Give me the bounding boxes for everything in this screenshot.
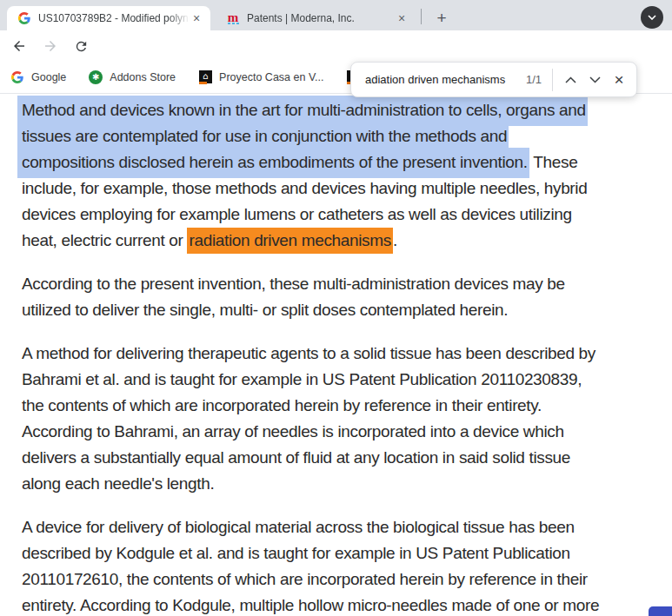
new-tab-button[interactable]: +: [429, 6, 454, 30]
text-line: the contents of which are incorporated h…: [22, 393, 656, 419]
text-segment: According to Bahrami, an array of needle…: [22, 422, 564, 440]
forward-arrow-icon: [43, 38, 58, 54]
text-line: 20110172610, the contents of which are i…: [22, 566, 656, 593]
text-line: A method for delivering therapeutic agen…: [22, 341, 656, 367]
find-next-button[interactable]: [582, 68, 607, 92]
text-segment: According to the present invention, thes…: [22, 275, 565, 293]
bookmark-addons-store[interactable]: ✱ Addons Store: [89, 70, 176, 84]
paragraph: A device for delivery of biological mate…: [22, 514, 656, 616]
page-floating-widget-partial[interactable]: [649, 606, 672, 616]
bookmark-label: Proyecto Casa en V...: [219, 71, 323, 83]
bookmark-label: Addons Store: [110, 71, 176, 83]
tab-moderna-patents[interactable]: m Patents | Moderna, Inc. ×: [216, 6, 416, 30]
chevron-down-icon: [648, 15, 656, 20]
text-segment: entirety. According to Kodgule, multiple…: [22, 596, 599, 614]
bookmark-google[interactable]: Google: [10, 70, 66, 84]
browser-toolbar: VPN patents.google.com/patent/US10703789…: [0, 30, 672, 61]
google-favicon-icon: [17, 11, 31, 25]
tab-patent-google[interactable]: US10703789B2 - Modified polynu ×: [7, 6, 210, 30]
text-segment: delivers a substantially equal amount of…: [22, 448, 570, 467]
forward-button: [38, 34, 63, 58]
black-house-icon: ⌂: [198, 70, 212, 84]
text-line: devices employing for example lumens or …: [22, 202, 656, 228]
paragraph: A method for delivering therapeutic agen…: [22, 341, 656, 497]
reload-button[interactable]: [69, 34, 93, 58]
text-line: According to the present invention, thes…: [22, 271, 656, 297]
text-line: utilized to deliver the single, multi- o…: [22, 297, 656, 323]
moderna-dash-underline: [228, 23, 239, 24]
text-line: compositions disclosed herein as embodim…: [22, 149, 656, 176]
find-match-count: 1/1: [526, 73, 542, 86]
find-query-input[interactable]: adiation driven mechanisms: [365, 73, 519, 86]
back-button[interactable]: [7, 34, 31, 58]
text-line: Bahrami et al. and is taught for example…: [22, 367, 656, 393]
text-segment: utilized to deliver the single, multi- o…: [22, 301, 508, 319]
patent-page-content: Method and devices known in the art for …: [0, 94, 672, 616]
tab-close-icon[interactable]: ×: [395, 11, 409, 25]
close-icon: ×: [614, 71, 623, 88]
text-segment: along each needle's length.: [22, 474, 214, 493]
text-line: tissues are contemplated for use in conj…: [22, 123, 656, 149]
text-line: entirety. According to Kodgule, multiple…: [22, 593, 656, 616]
text-line: Method and devices known in the art for …: [22, 97, 656, 123]
find-match-highlight: radiation driven mechanisms: [187, 228, 392, 254]
find-in-page-bar: adiation driven mechanisms 1/1 ×: [350, 62, 637, 97]
find-divider: [552, 69, 553, 91]
text-segment: A device for delivery of biological mate…: [22, 518, 575, 536]
text-line: heat, electric current or radiation driv…: [22, 228, 656, 254]
text-line: According to Bahrami, an array of needle…: [22, 419, 656, 445]
text-segment: .: [393, 231, 397, 249]
selected-text: compositions disclosed herein as embodim…: [17, 148, 529, 178]
tab-strip: US10703789B2 - Modified polynu × m Paten…: [0, 0, 672, 30]
tab-title: US10703789B2 - Modified polynu: [38, 12, 190, 24]
text-line: described by Kodgule et al. and is taugh…: [22, 540, 656, 566]
text-segment: heat, electric current or: [22, 231, 187, 249]
text-segment: These: [529, 153, 578, 171]
reload-icon: [74, 39, 89, 54]
tab-divider: [421, 9, 422, 24]
back-arrow-icon: [11, 38, 27, 54]
find-close-button[interactable]: ×: [607, 68, 631, 92]
moderna-favicon-icon: m: [226, 11, 240, 25]
chevron-up-icon: [565, 76, 576, 83]
tab-search-menu-button[interactable]: [641, 6, 663, 29]
tab-title: Patents | Moderna, Inc.: [247, 12, 395, 24]
text-segment: devices employing for example lumens or …: [22, 205, 572, 223]
text-line: A device for delivery of biological mate…: [22, 514, 656, 540]
text-segment: include, for example, those methods and …: [22, 179, 587, 197]
text-segment: the contents of which are incorporated h…: [22, 396, 542, 414]
patent-paragraphs: Method and devices known in the art for …: [22, 97, 656, 616]
text-line: along each needle's length.: [22, 471, 656, 497]
text-segment: described by Kodgule et al. and is taugh…: [22, 544, 570, 562]
bookmark-label: Google: [31, 71, 66, 83]
bookmark-proyecto-casa[interactable]: ⌂ Proyecto Casa en V...: [198, 70, 323, 84]
moderna-m-glyph: m: [228, 13, 239, 22]
text-segment: 20110172610, the contents of which are i…: [22, 570, 588, 588]
text-line: include, for example, those methods and …: [22, 176, 656, 202]
google-g-icon: [10, 70, 24, 84]
find-previous-button[interactable]: [558, 68, 582, 92]
chevron-down-icon: [589, 76, 601, 83]
paragraph: Method and devices known in the art for …: [22, 97, 656, 254]
paragraph: According to the present invention, thes…: [22, 271, 656, 323]
text-segment: A method for delivering therapeutic agen…: [22, 344, 595, 362]
text-segment: Bahrami et al. and is taught for example…: [22, 370, 582, 388]
text-line: delivers a substantially equal amount of…: [22, 445, 656, 471]
tab-close-icon[interactable]: ×: [190, 11, 203, 25]
green-star-circle-icon: ✱: [89, 70, 103, 84]
